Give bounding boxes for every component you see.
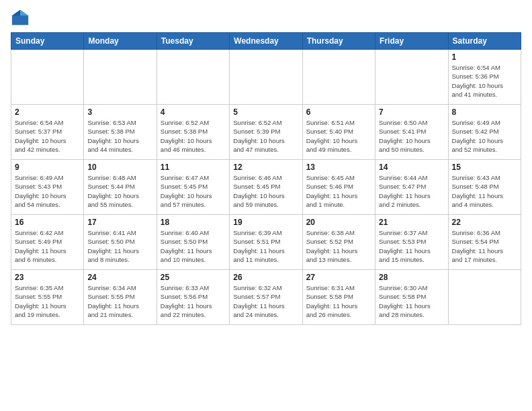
calendar-cell: 2Sunrise: 6:54 AM Sunset: 5:37 PM Daylig… — [11, 105, 84, 160]
calendar-week-4: 23Sunrise: 6:35 AM Sunset: 5:55 PM Dayli… — [11, 270, 521, 325]
day-info: Sunrise: 6:37 AM Sunset: 5:53 PM Dayligh… — [379, 228, 444, 264]
weekday-header-saturday: Saturday — [448, 33, 521, 50]
day-info: Sunrise: 6:47 AM Sunset: 5:45 PM Dayligh… — [161, 173, 226, 209]
day-number: 22 — [452, 218, 517, 227]
day-number: 7 — [379, 107, 444, 117]
calendar-cell: 20Sunrise: 6:38 AM Sunset: 5:52 PM Dayli… — [302, 215, 375, 270]
day-info: Sunrise: 6:49 AM Sunset: 5:42 PM Dayligh… — [452, 118, 517, 154]
calendar-cell: 12Sunrise: 6:46 AM Sunset: 5:45 PM Dayli… — [230, 160, 302, 215]
calendar-cell: 5Sunrise: 6:52 AM Sunset: 5:39 PM Daylig… — [230, 105, 302, 160]
calendar-cell: 23Sunrise: 6:35 AM Sunset: 5:55 PM Dayli… — [11, 270, 84, 325]
header — [11, 8, 521, 27]
logo-icon — [11, 8, 30, 27]
calendar-cell: 19Sunrise: 6:39 AM Sunset: 5:51 PM Dayli… — [230, 215, 302, 270]
calendar-cell: 11Sunrise: 6:47 AM Sunset: 5:45 PM Dayli… — [157, 160, 229, 215]
calendar-cell: 16Sunrise: 6:42 AM Sunset: 5:49 PM Dayli… — [11, 215, 84, 270]
day-info: Sunrise: 6:44 AM Sunset: 5:47 PM Dayligh… — [379, 173, 444, 209]
weekday-header-monday: Monday — [84, 33, 157, 50]
day-number: 23 — [15, 273, 80, 282]
day-info: Sunrise: 6:36 AM Sunset: 5:54 PM Dayligh… — [452, 228, 517, 264]
day-number: 25 — [161, 273, 226, 282]
day-number: 15 — [452, 163, 517, 172]
calendar-cell: 24Sunrise: 6:34 AM Sunset: 5:55 PM Dayli… — [84, 270, 157, 325]
logo — [11, 8, 32, 27]
calendar-cell — [157, 50, 229, 105]
calendar-cell: 25Sunrise: 6:33 AM Sunset: 5:56 PM Dayli… — [157, 270, 229, 325]
calendar-table: SundayMondayTuesdayWednesdayThursdayFrid… — [11, 32, 521, 325]
calendar-week-1: 2Sunrise: 6:54 AM Sunset: 5:37 PM Daylig… — [11, 105, 521, 160]
day-info: Sunrise: 6:40 AM Sunset: 5:50 PM Dayligh… — [161, 228, 226, 264]
day-number: 28 — [379, 273, 444, 282]
calendar-cell: 6Sunrise: 6:51 AM Sunset: 5:40 PM Daylig… — [302, 105, 375, 160]
day-info: Sunrise: 6:38 AM Sunset: 5:52 PM Dayligh… — [306, 228, 371, 264]
day-number: 17 — [87, 218, 152, 227]
calendar-cell: 10Sunrise: 6:48 AM Sunset: 5:44 PM Dayli… — [84, 160, 157, 215]
calendar-cell — [375, 50, 448, 105]
weekday-header-thursday: Thursday — [302, 33, 375, 50]
weekday-header-row: SundayMondayTuesdayWednesdayThursdayFrid… — [11, 33, 521, 50]
calendar-cell: 8Sunrise: 6:49 AM Sunset: 5:42 PM Daylig… — [448, 105, 521, 160]
svg-marker-1 — [20, 10, 28, 15]
calendar-cell: 18Sunrise: 6:40 AM Sunset: 5:50 PM Dayli… — [157, 215, 229, 270]
calendar-cell: 3Sunrise: 6:53 AM Sunset: 5:38 PM Daylig… — [84, 105, 157, 160]
day-info: Sunrise: 6:31 AM Sunset: 5:58 PM Dayligh… — [306, 283, 371, 319]
calendar-cell: 15Sunrise: 6:43 AM Sunset: 5:48 PM Dayli… — [448, 160, 521, 215]
calendar-cell: 28Sunrise: 6:30 AM Sunset: 5:58 PM Dayli… — [375, 270, 448, 325]
day-number: 12 — [233, 163, 298, 172]
day-info: Sunrise: 6:53 AM Sunset: 5:38 PM Dayligh… — [87, 118, 152, 154]
day-info: Sunrise: 6:32 AM Sunset: 5:57 PM Dayligh… — [233, 283, 298, 319]
day-number: 27 — [306, 273, 371, 282]
weekday-header-friday: Friday — [375, 33, 448, 50]
day-number: 24 — [87, 273, 152, 282]
day-info: Sunrise: 6:30 AM Sunset: 5:58 PM Dayligh… — [379, 283, 444, 319]
weekday-header-tuesday: Tuesday — [157, 33, 229, 50]
day-number: 1 — [452, 52, 517, 62]
calendar-cell: 27Sunrise: 6:31 AM Sunset: 5:58 PM Dayli… — [302, 270, 375, 325]
day-number: 11 — [161, 163, 226, 172]
day-info: Sunrise: 6:54 AM Sunset: 5:37 PM Dayligh… — [15, 118, 80, 154]
day-number: 2 — [15, 107, 80, 117]
day-info: Sunrise: 6:51 AM Sunset: 5:40 PM Dayligh… — [306, 118, 371, 154]
day-info: Sunrise: 6:35 AM Sunset: 5:55 PM Dayligh… — [15, 283, 80, 319]
calendar-cell: 21Sunrise: 6:37 AM Sunset: 5:53 PM Dayli… — [375, 215, 448, 270]
day-info: Sunrise: 6:43 AM Sunset: 5:48 PM Dayligh… — [452, 173, 517, 209]
calendar-cell — [230, 50, 302, 105]
calendar-cell: 26Sunrise: 6:32 AM Sunset: 5:57 PM Dayli… — [230, 270, 302, 325]
day-info: Sunrise: 6:45 AM Sunset: 5:46 PM Dayligh… — [306, 173, 371, 209]
day-number: 26 — [233, 273, 298, 282]
day-info: Sunrise: 6:34 AM Sunset: 5:55 PM Dayligh… — [87, 283, 152, 319]
day-info: Sunrise: 6:46 AM Sunset: 5:45 PM Dayligh… — [233, 173, 298, 209]
calendar-cell: 14Sunrise: 6:44 AM Sunset: 5:47 PM Dayli… — [375, 160, 448, 215]
day-number: 3 — [87, 107, 152, 117]
day-info: Sunrise: 6:41 AM Sunset: 5:50 PM Dayligh… — [87, 228, 152, 264]
day-number: 19 — [233, 218, 298, 227]
day-info: Sunrise: 6:52 AM Sunset: 5:39 PM Dayligh… — [233, 118, 298, 154]
calendar-cell: 4Sunrise: 6:52 AM Sunset: 5:38 PM Daylig… — [157, 105, 229, 160]
calendar-cell — [302, 50, 375, 105]
day-number: 10 — [87, 163, 152, 172]
day-info: Sunrise: 6:48 AM Sunset: 5:44 PM Dayligh… — [87, 173, 152, 209]
day-info: Sunrise: 6:52 AM Sunset: 5:38 PM Dayligh… — [161, 118, 226, 154]
day-number: 9 — [15, 163, 80, 172]
calendar-week-0: 1Sunrise: 6:54 AM Sunset: 5:36 PM Daylig… — [11, 50, 521, 105]
day-number: 4 — [161, 107, 226, 117]
day-number: 8 — [452, 107, 517, 117]
day-info: Sunrise: 6:54 AM Sunset: 5:36 PM Dayligh… — [452, 63, 517, 99]
calendar-cell: 22Sunrise: 6:36 AM Sunset: 5:54 PM Dayli… — [448, 215, 521, 270]
calendar-cell: 7Sunrise: 6:50 AM Sunset: 5:41 PM Daylig… — [375, 105, 448, 160]
calendar-week-3: 16Sunrise: 6:42 AM Sunset: 5:49 PM Dayli… — [11, 215, 521, 270]
weekday-header-sunday: Sunday — [11, 33, 84, 50]
day-info: Sunrise: 6:49 AM Sunset: 5:43 PM Dayligh… — [15, 173, 80, 209]
calendar-cell: 1Sunrise: 6:54 AM Sunset: 5:36 PM Daylig… — [448, 50, 521, 105]
calendar-week-2: 9Sunrise: 6:49 AM Sunset: 5:43 PM Daylig… — [11, 160, 521, 215]
calendar-cell: 17Sunrise: 6:41 AM Sunset: 5:50 PM Dayli… — [84, 215, 157, 270]
day-number: 21 — [379, 218, 444, 227]
day-info: Sunrise: 6:33 AM Sunset: 5:56 PM Dayligh… — [161, 283, 226, 319]
day-info: Sunrise: 6:50 AM Sunset: 5:41 PM Dayligh… — [379, 118, 444, 154]
day-info: Sunrise: 6:42 AM Sunset: 5:49 PM Dayligh… — [15, 228, 80, 264]
day-number: 14 — [379, 163, 444, 172]
day-info: Sunrise: 6:39 AM Sunset: 5:51 PM Dayligh… — [233, 228, 298, 264]
day-number: 16 — [15, 218, 80, 227]
day-number: 5 — [233, 107, 298, 117]
calendar-cell: 9Sunrise: 6:49 AM Sunset: 5:43 PM Daylig… — [11, 160, 84, 215]
